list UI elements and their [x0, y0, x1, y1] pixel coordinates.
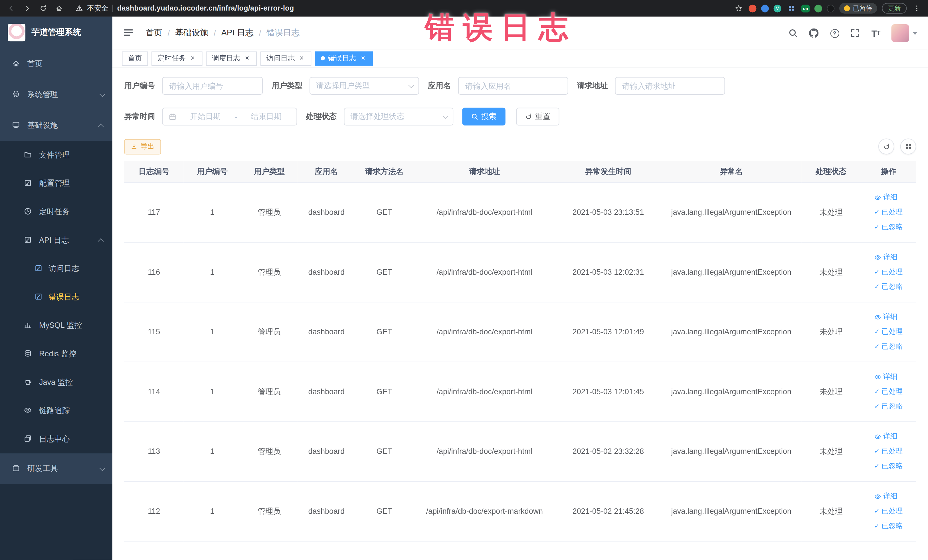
mark-ignored-link[interactable]: ✓已忽略 [875, 401, 903, 411]
close-tab-icon[interactable]: × [189, 55, 197, 62]
sidebar-item-access-logs[interactable]: 访问日志 [0, 255, 112, 283]
extension-icon-blue[interactable] [761, 5, 769, 12]
close-tab-icon[interactable]: × [359, 55, 367, 62]
paused-badge[interactable]: 已暂停 [839, 3, 877, 14]
cell-exception-time: 2021-05-02 21:45:28 [555, 481, 661, 541]
sidebar-item-system-management[interactable]: 系统管理 [0, 79, 112, 110]
process-status-select[interactable]: 请选择处理状态 [344, 108, 453, 125]
browser-update-button[interactable]: 更新 [882, 3, 907, 14]
request-url-input[interactable] [615, 77, 725, 95]
tab-home[interactable]: 首页 [122, 51, 148, 65]
mark-ignored-link[interactable]: ✓已忽略 [875, 342, 903, 351]
select-placeholder: 请选择处理状态 [350, 111, 404, 122]
mark-processed-link[interactable]: ✓已处理 [875, 506, 903, 516]
cell-exception-time: 2021-05-03 12:02:31 [555, 242, 661, 302]
sidebar-item-redis-monitor[interactable]: Redis 监控 [0, 340, 112, 368]
browser-home-button[interactable] [54, 3, 64, 14]
font-size-icon[interactable]: TT [871, 28, 881, 38]
user-menu[interactable] [891, 24, 917, 42]
fullscreen-icon[interactable] [850, 28, 860, 38]
search-button[interactable]: 搜索 [462, 108, 505, 125]
filter-exception-time: 异常时间 开始日期 - 结束日期 [124, 108, 297, 125]
detail-link[interactable]: 详细 [875, 252, 897, 262]
cell-actions: 详细 ✓已处理 ✓已忽略 [861, 302, 916, 362]
mark-processed-link[interactable]: ✓已处理 [875, 327, 903, 337]
search-icon[interactable] [788, 28, 798, 38]
sidebar-item-mysql-monitor[interactable]: MySQL 监控 [0, 311, 112, 340]
browser-forward-button[interactable] [22, 3, 32, 14]
browser-back-button[interactable] [6, 3, 17, 14]
close-tab-icon[interactable]: × [298, 55, 305, 62]
tab-access-logs[interactable]: 访问日志 × [261, 51, 311, 65]
sidebar-item-config-management[interactable]: 配置管理 [0, 169, 112, 198]
mark-ignored-link[interactable]: ✓已忽略 [875, 222, 903, 232]
extension-icon-paw[interactable] [827, 5, 835, 12]
help-icon[interactable]: ? [829, 28, 840, 38]
breadcrumb-item[interactable]: API 日志 [221, 28, 253, 38]
sidebar-item-file-management[interactable]: 文件管理 [0, 141, 112, 169]
browser-right-controls: V on 已暂停 更新 [733, 3, 922, 14]
tab-dispatch-logs[interactable]: 调度日志 × [206, 51, 257, 65]
gear-icon [12, 90, 21, 99]
cell-exception-name: java.lang.IllegalArgumentException [661, 302, 801, 362]
mark-ignored-link[interactable]: ✓已忽略 [875, 282, 903, 292]
mark-processed-link[interactable]: ✓已处理 [875, 267, 903, 277]
cell-log-id: 114 [124, 362, 184, 422]
sidebar-item-dev-tools[interactable]: 研发工具 [0, 453, 112, 484]
extension-icon-on[interactable]: on [801, 5, 810, 12]
date-range-picker[interactable]: 开始日期 - 结束日期 [162, 108, 297, 125]
breadcrumb-item[interactable]: 基础设施 [175, 28, 208, 38]
close-tab-icon[interactable]: × [243, 55, 251, 62]
check-icon: ✓ [875, 388, 880, 395]
cell-user-type: 管理员 [241, 481, 298, 541]
browser-menu-icon[interactable] [911, 3, 922, 14]
sidebar-item-scheduled-tasks[interactable]: 定时任务 [0, 198, 112, 226]
sidebar-item-link-tracing[interactable]: 链路追踪 [0, 397, 112, 425]
mark-processed-link[interactable]: ✓已处理 [875, 207, 903, 217]
hamburger-icon[interactable] [123, 27, 135, 39]
app-logo[interactable]: 芋道管理系统 [0, 17, 112, 49]
column-settings-button[interactable] [901, 138, 916, 154]
sidebar-item-infrastructure[interactable]: 基础设施 [0, 110, 112, 141]
extension-icon-red[interactable] [749, 5, 756, 12]
refresh-button[interactable] [878, 138, 894, 154]
check-icon: ✓ [875, 284, 880, 290]
extension-icon-vue[interactable]: V [774, 5, 781, 12]
app-name-input[interactable] [458, 77, 568, 95]
mark-processed-link[interactable]: ✓已处理 [875, 446, 903, 456]
reset-button[interactable]: 重置 [516, 108, 559, 125]
address-bar[interactable]: 不安全 dashboard.yudao.iocoder.cn/infra/log… [76, 3, 294, 13]
detail-link[interactable]: 详细 [875, 372, 897, 382]
main-area: 首页 / 基础设施 / API 日志 / 错误日志 ? TT [112, 17, 928, 560]
mark-processed-link[interactable]: ✓已处理 [875, 386, 903, 397]
extension-icon-grid[interactable] [786, 3, 797, 14]
extension-icon-green[interactable] [815, 5, 822, 12]
sidebar-item-api-logs[interactable]: API 日志 [0, 226, 112, 255]
detail-link[interactable]: 详细 [875, 491, 897, 501]
export-button[interactable]: 导出 [124, 139, 161, 154]
user-id-input[interactable] [162, 77, 263, 95]
sidebar-item-java-monitor[interactable]: Java 监控 [0, 368, 112, 397]
column-header: 处理状态 [801, 161, 861, 182]
tab-error-logs[interactable]: 错误日志 × [315, 51, 373, 65]
breadcrumb-item[interactable]: 首页 [145, 28, 162, 38]
sidebar-item-error-logs[interactable]: 错误日志 [0, 283, 112, 311]
github-icon[interactable] [809, 28, 819, 38]
detail-link[interactable]: 详细 [875, 312, 897, 322]
mark-ignored-link[interactable]: ✓已忽略 [875, 521, 903, 531]
cell-exception-time: 2021-05-03 23:13:51 [555, 182, 661, 242]
sidebar-item-log-center[interactable]: 日志中心 [0, 425, 112, 453]
tab-scheduled-tasks[interactable]: 定时任务 × [151, 51, 202, 65]
cell-user-id: 1 [184, 481, 241, 541]
detail-link[interactable]: 详细 [875, 192, 897, 202]
cell-method: GET [355, 362, 414, 422]
column-header: 用户类型 [241, 161, 298, 182]
url-text[interactable]: dashboard.yudao.iocoder.cn/infra/log/api… [117, 4, 294, 12]
bookmark-star-icon[interactable] [733, 3, 744, 14]
sidebar-item-home[interactable]: 首页 [0, 49, 112, 79]
cell-status: 未处理 [801, 421, 861, 481]
browser-reload-button[interactable] [38, 3, 49, 14]
detail-link[interactable]: 详细 [875, 431, 897, 441]
user-type-select[interactable]: 请选择用户类型 [310, 77, 419, 95]
mark-ignored-link[interactable]: ✓已忽略 [875, 461, 903, 471]
